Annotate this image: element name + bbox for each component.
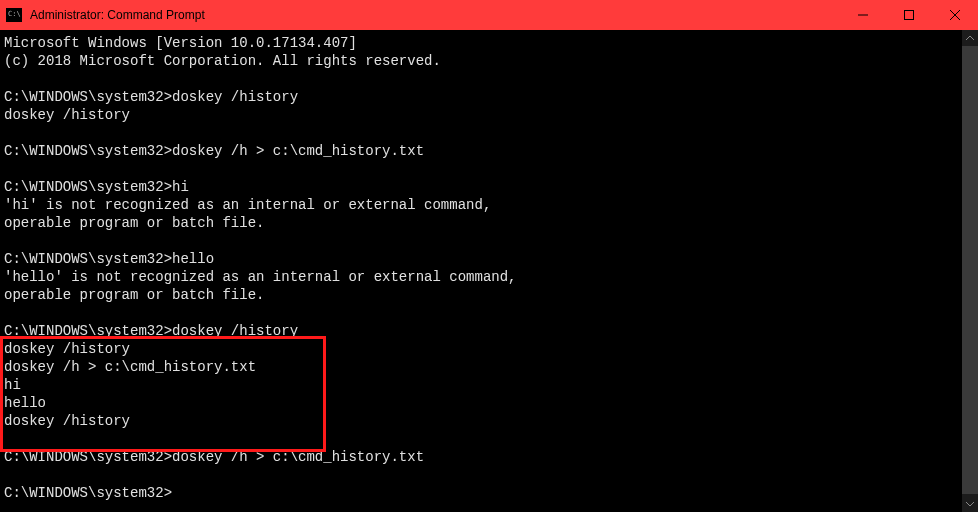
terminal-line: C:\WINDOWS\system32>hello [4, 250, 962, 268]
terminal-line [4, 232, 962, 250]
terminal-line [4, 466, 962, 484]
terminal-line: doskey /history [4, 412, 962, 430]
close-button[interactable] [932, 0, 978, 30]
terminal-line: 'hello' is not recognized as an internal… [4, 268, 962, 286]
scroll-up-button[interactable] [962, 30, 978, 46]
scroll-down-button[interactable] [962, 496, 978, 512]
terminal-line: operable program or batch file. [4, 214, 962, 232]
minimize-button[interactable] [840, 0, 886, 30]
terminal-output[interactable]: Microsoft Windows [Version 10.0.17134.40… [4, 34, 962, 512]
terminal-line: C:\WINDOWS\system32>doskey /h > c:\cmd_h… [4, 448, 962, 466]
vertical-scrollbar[interactable] [962, 30, 978, 512]
terminal-line: doskey /history [4, 106, 962, 124]
terminal-line: doskey /history [4, 340, 962, 358]
terminal-line [4, 430, 962, 448]
svg-rect-1 [905, 11, 914, 20]
scroll-thumb[interactable] [962, 46, 978, 494]
window-controls [840, 0, 978, 30]
chevron-up-icon [966, 34, 974, 42]
terminal-line: operable program or batch file. [4, 286, 962, 304]
terminal-line: (c) 2018 Microsoft Corporation. All righ… [4, 52, 962, 70]
terminal-line: doskey /h > c:\cmd_history.txt [4, 358, 962, 376]
terminal-line: C:\WINDOWS\system32>doskey /h > c:\cmd_h… [4, 142, 962, 160]
terminal-line: C:\WINDOWS\system32>doskey /history [4, 88, 962, 106]
maximize-icon [904, 10, 914, 20]
window-title: Administrator: Command Prompt [30, 8, 840, 22]
terminal-line: C:\WINDOWS\system32>doskey /history [4, 322, 962, 340]
terminal-line: hello [4, 394, 962, 412]
terminal-line: C:\WINDOWS\system32> [4, 484, 962, 502]
terminal-line [4, 304, 962, 322]
minimize-icon [858, 10, 868, 20]
terminal-line: 'hi' is not recognized as an internal or… [4, 196, 962, 214]
terminal-line [4, 160, 962, 178]
maximize-button[interactable] [886, 0, 932, 30]
terminal-line [4, 70, 962, 88]
window-titlebar[interactable]: Administrator: Command Prompt [0, 0, 978, 30]
terminal-line: C:\WINDOWS\system32>hi [4, 178, 962, 196]
terminal-line: Microsoft Windows [Version 10.0.17134.40… [4, 34, 962, 52]
close-icon [950, 10, 960, 20]
terminal-line [4, 124, 962, 142]
terminal-client-area: Microsoft Windows [Version 10.0.17134.40… [0, 30, 978, 512]
terminal-line: hi [4, 376, 962, 394]
chevron-down-icon [966, 500, 974, 508]
cmd-icon [6, 8, 22, 22]
